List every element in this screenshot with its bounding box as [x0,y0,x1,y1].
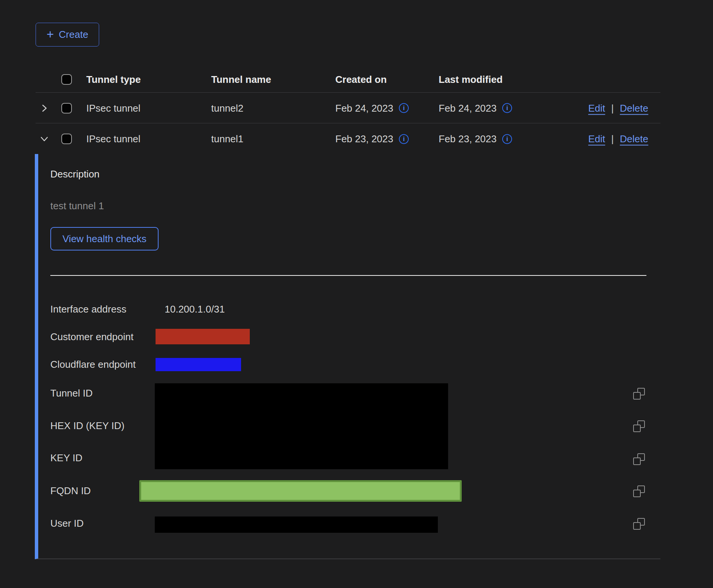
copy-icon-front-square [633,425,641,432]
description-value: test tunnel 1 [50,200,104,212]
cloudflare-endpoint-label: Cloudflare endpoint [50,359,136,370]
copy-icon-front-square [633,522,641,530]
plus-icon: + [47,28,54,40]
interface-address-label: Interface address [50,303,126,315]
edit-link[interactable]: Edit [588,133,605,145]
row-checkbox[interactable] [61,103,72,114]
header-last-modified: Last modified [439,73,503,85]
section-divider [50,275,646,276]
header-created-on: Created on [335,73,387,85]
copy-icon-front-square [633,457,641,465]
tunnel-name-value: tunnel1 [211,133,243,145]
actions-separator: | [611,102,614,114]
info-glyph: i [506,104,508,112]
copy-icon-front-square [633,490,641,497]
info-icon[interactable]: i [399,134,409,144]
hex-id-label: HEX ID (KEY ID) [50,420,125,431]
customer-endpoint-redacted-value [156,329,250,344]
actions-separator: | [611,133,614,145]
fqdn-id-redacted-value [139,480,462,502]
copy-icon-front-square [633,392,641,400]
info-glyph: i [403,135,405,143]
chevron-down-icon[interactable] [39,134,49,144]
table-row: IPsec tunnel tunnel2 Feb 24, 2023 i Feb … [36,93,660,123]
view-health-checks-button[interactable]: View health checks [50,227,159,250]
copy-icon[interactable] [633,518,645,530]
table-row: IPsec tunnel tunnel1 Feb 23, 2023 i Feb … [36,124,660,154]
create-button-label: Create [59,29,88,40]
info-icon[interactable]: i [502,103,512,113]
info-glyph: i [506,135,508,143]
info-icon[interactable]: i [502,134,512,144]
tunnel-id-label: Tunnel ID [50,387,93,399]
row-checkbox[interactable] [61,134,72,144]
last-modified-value: Feb 24, 2023 [439,102,497,114]
copy-icon[interactable] [633,420,645,432]
expanded-row-panel: Description test tunnel 1 View health ch… [35,154,660,559]
copy-icon[interactable] [633,453,645,465]
customer-endpoint-label: Customer endpoint [50,331,134,342]
header-tunnel-type: Tunnel type [86,73,141,85]
chevron-right-icon[interactable] [39,103,49,113]
created-on-value: Feb 24, 2023 [335,102,393,114]
header-tunnel-name: Tunnel name [211,73,271,85]
tunnel-type-value: IPsec tunnel [86,102,140,114]
fqdn-id-label: FQDN ID [50,485,91,496]
tunnels-page: + Create Tunnel type Tunnel name Created… [0,0,713,588]
delete-link[interactable]: Delete [620,133,648,145]
copy-icon[interactable] [633,485,645,497]
description-label: Description [50,168,100,180]
key-id-label: KEY ID [50,452,83,464]
user-id-redacted-value [155,516,438,533]
user-id-label: User ID [50,518,84,529]
tunnel-name-value: tunnel2 [211,102,243,114]
create-button[interactable]: + Create [36,23,99,47]
view-health-checks-label: View health checks [62,233,146,245]
created-on-value: Feb 23, 2023 [335,133,393,145]
ids-redacted-block [155,383,448,469]
info-icon[interactable]: i [399,103,409,113]
interface-address-value: 10.200.1.0/31 [165,303,225,315]
info-glyph: i [403,104,405,112]
edit-link[interactable]: Edit [588,102,605,114]
select-all-checkbox[interactable] [61,74,72,85]
cloudflare-endpoint-redacted-value [156,358,241,371]
table-header: Tunnel type Tunnel name Created on Last … [36,66,660,93]
tunnel-type-value: IPsec tunnel [86,133,140,145]
copy-icon[interactable] [633,388,645,400]
last-modified-value: Feb 23, 2023 [439,133,497,145]
delete-link[interactable]: Delete [620,102,648,114]
